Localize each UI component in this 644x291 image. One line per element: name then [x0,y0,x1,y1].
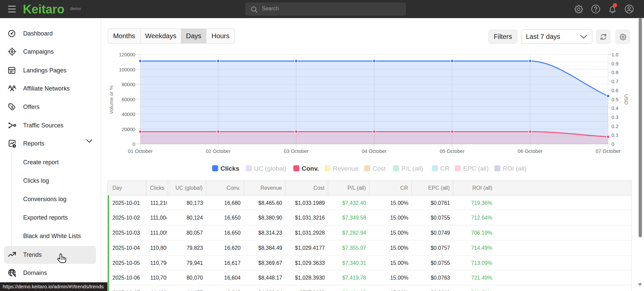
svg-text:$: $ [11,105,13,109]
